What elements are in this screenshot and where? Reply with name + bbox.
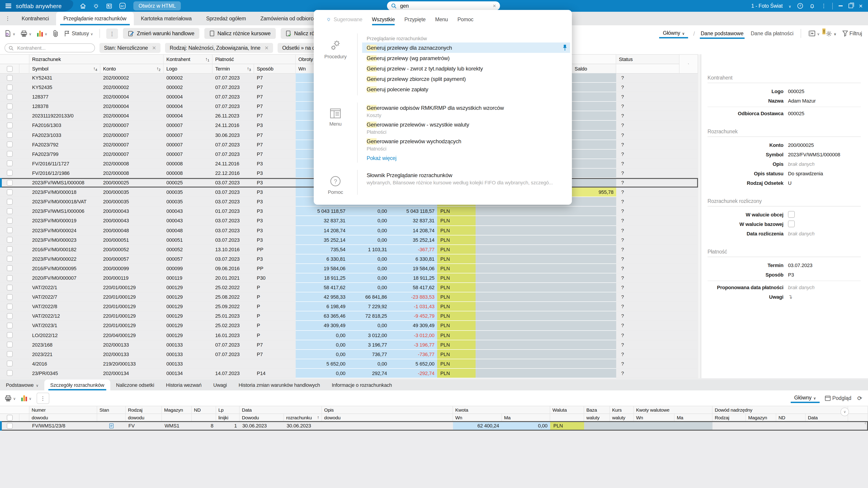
bottom-tab-7[interactable]: Informacje o rozrachunkach [326, 380, 398, 390]
sub-linijki[interactable]: linijki [216, 414, 240, 422]
remove-filter-icon[interactable]: ✕ [152, 45, 156, 51]
view-tab-1[interactable]: Dane podstawowe [701, 31, 743, 36]
print-button[interactable] [20, 30, 32, 37]
row-checkbox[interactable] [6, 227, 12, 233]
table-row[interactable]: 23/PR/0345202/00013400013414.07.2023P140… [0, 369, 698, 378]
row-checkbox[interactable] [6, 313, 12, 319]
row-checkbox[interactable] [6, 423, 12, 429]
select-all-checkbox[interactable] [6, 66, 12, 72]
bottom-tab-4[interactable]: Historia wezwań [160, 380, 207, 390]
group-magazyn[interactable]: Magazyn [162, 406, 192, 414]
table-row[interactable]: VAT/2023/1220/01/00012900012925.02.2023P… [0, 321, 698, 330]
col-symbol[interactable]: Symbol4 [29, 64, 100, 74]
sub-kwota-wn[interactable]: Wn [453, 414, 502, 422]
sub-dn-nd[interactable]: ND [776, 414, 806, 422]
group-nd[interactable]: ND [192, 406, 216, 414]
table-row[interactable]: 2023/FV/M0/000024200/00004800004803.07.2… [0, 226, 698, 235]
bottom-tab-5[interactable]: Uwagi [207, 380, 232, 390]
search-result-item[interactable]: Generuj przelewy zbiorcze (split payment… [367, 74, 565, 84]
row-checkbox[interactable] [6, 151, 12, 157]
group-waluta[interactable]: Waluta [550, 406, 584, 414]
table-row[interactable]: 2023/FV/M0/000019200/00004300004303.07.2… [0, 216, 698, 226]
row-checkbox[interactable] [6, 141, 12, 147]
table-row[interactable]: VAT/2022/7220/01/00012900012925.08.2022P… [0, 292, 698, 302]
row-checkbox[interactable] [6, 180, 12, 186]
search-result-item[interactable]: Generuj przelewy (wg parametrów) [367, 53, 565, 63]
row-checkbox[interactable] [6, 208, 12, 214]
sub-baza-waluty[interactable]: waluty [584, 414, 610, 422]
settings-button[interactable]: ! [826, 30, 836, 37]
bc-icon[interactable]: BC [119, 2, 126, 9]
expand-columns-button[interactable] [680, 55, 698, 64]
statusy-button[interactable]: Statusy [64, 30, 93, 37]
profile-selector[interactable]: Główny [660, 30, 687, 37]
group-kwoty-walutowe[interactable]: Kwoty walutowe [634, 406, 712, 414]
table-row[interactable]: LO/2022/12220/04/00012900012916.01.2023P… [0, 330, 698, 340]
row-checkbox[interactable] [6, 123, 12, 128]
checkbox[interactable] [788, 211, 795, 218]
notes-expand-icon[interactable] [788, 293, 793, 300]
row-checkbox[interactable] [6, 332, 12, 338]
sub-dowodu[interactable]: dowodu [29, 414, 97, 422]
select-all-checkbox[interactable] [6, 415, 12, 420]
bottom-table-row[interactable]: FV/WMS1/23/8FVWMS18130.06.202330.06.2023… [0, 421, 868, 431]
kontrahent-filter[interactable] [4, 43, 95, 53]
col-logo[interactable]: Logo [164, 64, 213, 74]
row-checkbox[interactable] [6, 256, 12, 262]
bottom-tab-6[interactable]: Historia zmian warunków handlowych [233, 380, 326, 390]
row-checkbox[interactable] [6, 103, 12, 109]
sub-dowodu[interactable]: dowodu [126, 414, 162, 422]
news-icon[interactable] [106, 2, 113, 9]
tab-4[interactable]: Sprzedaż ogółem [199, 12, 253, 25]
row-checkbox[interactable] [6, 275, 12, 281]
group-data[interactable]: Data [240, 406, 322, 414]
group-stan[interactable]: Stan [97, 406, 126, 414]
row-checkbox[interactable] [6, 323, 12, 328]
restore-icon[interactable] [848, 4, 853, 8]
row-checkbox[interactable] [6, 351, 12, 357]
chart-button[interactable] [36, 30, 47, 37]
group-kurs[interactable]: Kurs [610, 406, 634, 414]
sub-kw-ma[interactable]: Ma [675, 414, 712, 422]
tabs-menu-icon[interactable] [0, 16, 14, 21]
table-row[interactable]: 2023/FV/WMS1/000006200/00004300004301.07… [0, 207, 698, 216]
search-result-item[interactable]: Generowanie przelewów wychodzących [367, 136, 565, 147]
show-more-link[interactable]: Pokaż więcej [367, 153, 565, 162]
group-rodzaj[interactable]: Rodzaj [126, 406, 162, 414]
group-kontrahent[interactable]: Kontrahent1 [164, 55, 213, 64]
print-button[interactable] [4, 395, 16, 401]
table-row[interactable]: VAT/2022/8220/01/00012900012925.09.2022P… [0, 302, 698, 312]
group-kwota[interactable]: Kwota [453, 406, 550, 414]
sub-dn-rodzaj[interactable]: Rodzaj [712, 414, 746, 422]
bottom-tab-1[interactable]: Podstawowe [0, 380, 44, 390]
close-icon[interactable] [859, 3, 863, 9]
sub-data-dowodu[interactable]: Dowodu [240, 414, 284, 422]
hamburger-icon[interactable] [5, 3, 11, 9]
chart-button[interactable] [21, 395, 32, 401]
group-status[interactable]: Status [616, 55, 680, 64]
col-konto[interactable]: Konto2 [100, 64, 164, 74]
col-sposob[interactable]: Sposób [254, 64, 296, 74]
group-platnosc[interactable]: Płatność [213, 55, 296, 64]
table-row[interactable]: 2016/FV/M0/000182200/00005200005213.10.2… [0, 245, 698, 254]
sub-kurs-waluty[interactable]: waluty [610, 414, 634, 422]
pin-icon[interactable] [562, 44, 567, 51]
search-result-item[interactable]: Generuj polecenie zapłaty [367, 84, 565, 94]
row-checkbox[interactable] [6, 75, 12, 80]
table-row[interactable]: 2023/168202/00013300013307.07.2023P70,00… [0, 340, 698, 350]
overlay-tab-2[interactable]: Wszystkie [372, 17, 395, 22]
row-checkbox[interactable] [6, 285, 12, 290]
row-checkbox[interactable] [6, 370, 12, 376]
bottom-tab-3[interactable]: Naliczone odsetki [110, 380, 160, 390]
table-row[interactable]: 2020/FV/M0/000007200/00011900011920.01.2… [0, 273, 698, 283]
overlay-tab-3[interactable]: Przypięte [404, 17, 426, 22]
export-button[interactable] [4, 30, 16, 37]
col-termin[interactable]: Termin3 [213, 64, 254, 74]
view-tab-2[interactable]: Dane dla płatności [751, 31, 794, 36]
row-checkbox[interactable] [6, 189, 12, 195]
kontrahent-filter-input[interactable] [16, 45, 91, 51]
row-checkbox[interactable] [6, 341, 12, 348]
row-checkbox[interactable] [6, 84, 12, 90]
overlay-tab-4[interactable]: Menu [435, 17, 448, 22]
table-row[interactable]: VAT/2022/1220/01/00012900012925.02.2022P… [0, 283, 698, 292]
